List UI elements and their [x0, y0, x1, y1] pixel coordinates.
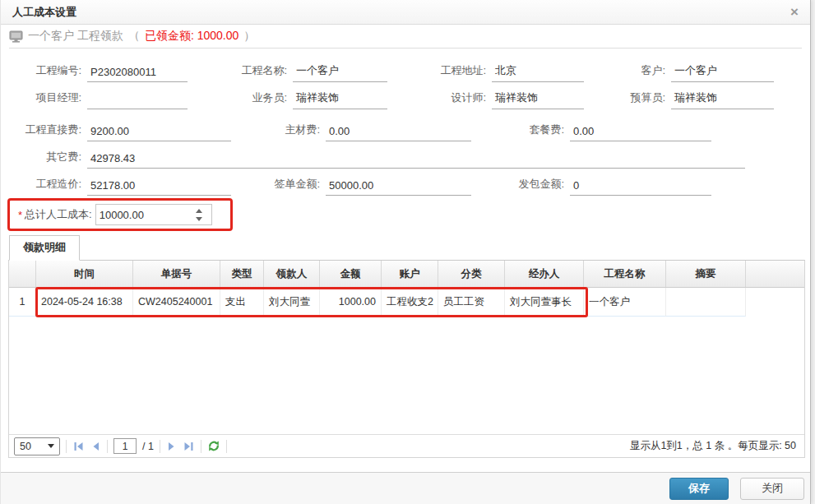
project-addr-label: 工程地址:: [387, 63, 492, 82]
labor-cost-label: 总计人工成本:: [25, 207, 92, 222]
estimator-label: 预算员:: [584, 90, 671, 109]
cell-time: 2024-05-24 16:38: [36, 288, 133, 317]
project-no-field: P2302080011: [87, 66, 188, 82]
salesman-label: 业务员:: [188, 90, 293, 109]
col-filler: [746, 261, 804, 287]
col-category[interactable]: 分类: [438, 261, 505, 287]
summary-title: 一个客户 工程领款: [28, 29, 123, 44]
contract-amount-label: 发包金额:: [471, 177, 570, 196]
project-cost-field: 52178.00: [87, 179, 231, 196]
customer-field: 一个客户: [671, 63, 774, 82]
first-page-icon[interactable]: [72, 441, 85, 452]
material-fee-label: 主材费:: [231, 123, 326, 141]
pager-separator: [201, 440, 201, 453]
sign-amount-field: 50000.00: [326, 179, 471, 196]
cell-amount: 1000.00: [320, 288, 382, 317]
col-project-name[interactable]: 工程名称: [584, 261, 666, 287]
select-chevron-icon: [48, 444, 54, 448]
dialog-title: 人工成本设置: [12, 5, 76, 20]
pager-separator: [66, 440, 67, 453]
close-button[interactable]: 关闭: [740, 478, 804, 500]
cell-project-name: 一个客户: [584, 288, 666, 317]
page-total: / 1: [142, 441, 154, 452]
col-payee[interactable]: 领款人: [264, 261, 320, 287]
salesman-field: 瑞祥装饰: [293, 90, 387, 109]
spinner-buttons: [188, 205, 210, 224]
prev-page-icon[interactable]: [90, 441, 101, 452]
other-fee-field: 42978.43: [87, 152, 745, 169]
other-fee-label: 其它费:: [9, 150, 87, 169]
col-type[interactable]: 类型: [220, 261, 264, 287]
project-cost-label: 工程造价:: [9, 177, 87, 196]
pm-field: [87, 105, 188, 109]
designer-field: 瑞祥装饰: [492, 90, 584, 109]
col-operator[interactable]: 经办人: [505, 261, 584, 287]
estimator-field: 瑞祥装饰: [671, 90, 774, 109]
pager-separator: [226, 440, 227, 453]
col-amount[interactable]: 金额: [320, 261, 382, 287]
direct-fee-label: 工程直接费:: [9, 123, 87, 141]
project-summary: 一个客户 工程领款 （ 已领金额: 1000.00 ）: [9, 25, 802, 49]
material-fee-field: 0.00: [326, 125, 471, 141]
pm-label: 项目经理:: [9, 90, 87, 109]
col-time[interactable]: 时间: [36, 261, 133, 287]
received-amount: 已领金额: 1000.00: [145, 29, 238, 44]
cell-doc-no: CW2405240001: [133, 288, 220, 317]
close-icon[interactable]: ×: [790, 5, 799, 19]
col-index: [9, 261, 36, 287]
summary-paren-open: （: [128, 29, 140, 44]
page-size-value: 50: [20, 441, 31, 452]
summary-paren-close: ）: [243, 29, 255, 44]
dialog-titlebar: 人工成本设置 ×: [1, 0, 810, 25]
spinner-down-icon[interactable]: [196, 217, 202, 221]
cell-payee: 刘大同萱: [264, 288, 320, 317]
labor-cost-spinner: [95, 204, 212, 225]
save-button[interactable]: 保存: [669, 478, 729, 500]
pager-separator: [107, 440, 108, 453]
cell-type: 支出: [220, 288, 264, 317]
package-fee-label: 套餐费:: [471, 123, 570, 141]
payment-grid-panel: 时间 单据号 类型 领款人 金额 账户 分类 经办人 工程名称 摘要 1 202…: [8, 260, 805, 458]
direct-fee-field: 9200.00: [87, 125, 231, 141]
tab-payment-detail[interactable]: 领款明细: [9, 235, 80, 261]
page-size-select[interactable]: 50: [14, 437, 60, 455]
project-name-label: 工程名称:: [188, 63, 293, 82]
next-page-icon[interactable]: [166, 441, 177, 452]
customer-label: 客户:: [584, 63, 671, 82]
cell-account: 工程收支2: [382, 288, 438, 317]
designer-label: 设计师:: [387, 90, 492, 109]
col-account[interactable]: 账户: [382, 261, 438, 287]
project-form: 工程编号:P2302080011 工程名称:一个客户 工程地址:北京 客户:一个…: [1, 49, 810, 196]
monitor-icon: [9, 30, 23, 43]
cell-index: 1: [9, 288, 36, 317]
col-doc-no[interactable]: 单据号: [133, 261, 220, 287]
cell-filler: [746, 288, 804, 317]
dialog-footer: 保存 关闭: [1, 472, 810, 504]
sign-amount-label: 签单金额:: [231, 177, 326, 196]
pager-bar: 50 / 1: [9, 434, 804, 457]
project-no-label: 工程编号:: [9, 63, 87, 82]
labor-cost-dialog: 人工成本设置 × 一个客户 工程领款 （ 已领金额: 1000.00 ） 工程编…: [0, 0, 811, 504]
pager-separator: [160, 440, 160, 453]
last-page-icon[interactable]: [183, 441, 195, 452]
required-mark: *: [18, 209, 22, 221]
table-row[interactable]: 1 2024-05-24 16:38 CW2405240001 支出 刘大同萱 …: [9, 288, 804, 317]
labor-cost-input[interactable]: [96, 205, 188, 224]
package-fee-field: 0.00: [570, 125, 711, 141]
cell-summary: [666, 288, 746, 317]
spinner-up-icon[interactable]: [196, 209, 202, 213]
grid-header-row: 时间 单据号 类型 领款人 金额 账户 分类 经办人 工程名称 摘要: [9, 261, 804, 288]
contract-amount-field: 0: [570, 179, 711, 196]
col-summary[interactable]: 摘要: [666, 261, 746, 287]
refresh-icon[interactable]: [207, 440, 220, 452]
cell-category: 员工工资: [438, 288, 505, 317]
cell-operator: 刘大同萱事长: [505, 288, 584, 317]
pager-status: 显示从1到1，总 1 条 。每页显示: 50: [630, 439, 799, 453]
project-addr-field: 北京: [492, 63, 584, 82]
page-number-input[interactable]: [113, 438, 137, 454]
project-name-field: 一个客户: [293, 63, 387, 82]
labor-cost-highlight-box: * 总计人工成本:: [7, 198, 233, 231]
